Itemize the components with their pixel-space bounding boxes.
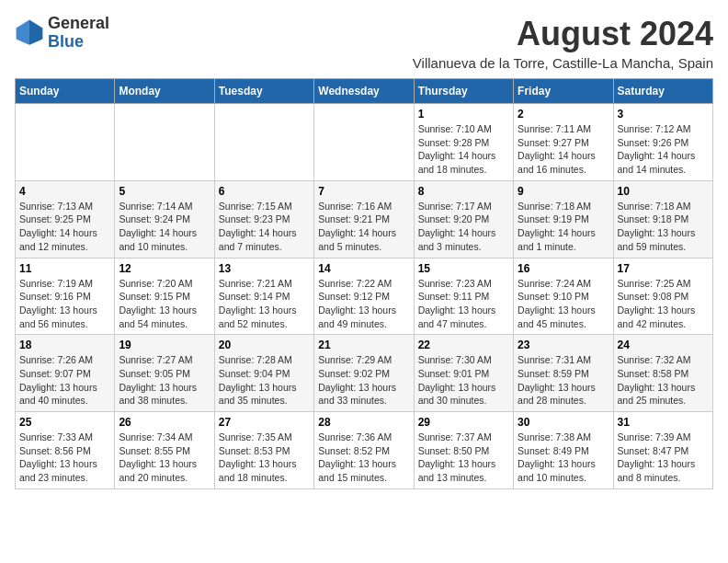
- day-detail: Sunrise: 7:20 AM Sunset: 9:15 PM Dayligh…: [119, 277, 210, 331]
- day-number: 21: [318, 339, 409, 351]
- calendar-cell: 31Sunrise: 7:39 AM Sunset: 8:47 PM Dayli…: [613, 412, 712, 489]
- logo-text: General Blue: [48, 15, 109, 52]
- day-detail: Sunrise: 7:31 AM Sunset: 8:59 PM Dayligh…: [518, 353, 609, 408]
- day-detail: Sunrise: 7:39 AM Sunset: 8:47 PM Dayligh…: [618, 431, 709, 485]
- calendar-cell: 25Sunrise: 7:33 AM Sunset: 8:56 PM Dayli…: [16, 412, 115, 489]
- calendar-cell: 28Sunrise: 7:36 AM Sunset: 8:52 PM Dayli…: [314, 412, 414, 489]
- day-detail: Sunrise: 7:25 AM Sunset: 9:08 PM Dayligh…: [618, 277, 709, 331]
- day-number: 2: [518, 108, 609, 121]
- calendar-cell: 21Sunrise: 7:29 AM Sunset: 9:02 PM Dayli…: [314, 335, 414, 412]
- header-saturday: Saturday: [613, 79, 712, 104]
- calendar-week-3: 11Sunrise: 7:19 AM Sunset: 9:16 PM Dayli…: [16, 258, 713, 335]
- header-sunday: Sunday: [16, 79, 115, 104]
- day-detail: Sunrise: 7:28 AM Sunset: 9:04 PM Dayligh…: [219, 353, 310, 408]
- calendar-cell: 23Sunrise: 7:31 AM Sunset: 8:59 PM Dayli…: [514, 335, 613, 412]
- day-number: 28: [318, 416, 409, 429]
- day-number: 26: [119, 416, 210, 429]
- day-detail: Sunrise: 7:21 AM Sunset: 9:14 PM Dayligh…: [219, 277, 310, 331]
- calendar-cell: 14Sunrise: 7:22 AM Sunset: 9:12 PM Dayli…: [314, 258, 414, 335]
- day-detail: Sunrise: 7:22 AM Sunset: 9:12 PM Dayligh…: [318, 277, 409, 331]
- day-number: 9: [518, 185, 609, 198]
- day-number: 14: [318, 262, 409, 275]
- calendar-cell: 24Sunrise: 7:32 AM Sunset: 8:58 PM Dayli…: [613, 335, 712, 412]
- day-number: 7: [318, 185, 409, 198]
- calendar-cell: 30Sunrise: 7:38 AM Sunset: 8:49 PM Dayli…: [514, 412, 613, 489]
- day-number: 4: [19, 185, 110, 198]
- calendar-cell: 29Sunrise: 7:37 AM Sunset: 8:50 PM Dayli…: [414, 412, 513, 489]
- logo-general-text: General: [48, 15, 109, 33]
- header-thursday: Thursday: [414, 79, 513, 104]
- calendar-cell: 16Sunrise: 7:24 AM Sunset: 9:10 PM Dayli…: [514, 258, 613, 335]
- day-detail: Sunrise: 7:16 AM Sunset: 9:21 PM Dayligh…: [318, 200, 409, 254]
- calendar-cell: 4Sunrise: 7:13 AM Sunset: 9:25 PM Daylig…: [16, 180, 115, 258]
- calendar-cell: [115, 104, 214, 181]
- calendar-cell: 9Sunrise: 7:18 AM Sunset: 9:19 PM Daylig…: [514, 180, 613, 258]
- day-detail: Sunrise: 7:26 AM Sunset: 9:07 PM Dayligh…: [19, 353, 110, 408]
- calendar-cell: [16, 104, 115, 181]
- calendar-cell: 17Sunrise: 7:25 AM Sunset: 9:08 PM Dayli…: [613, 258, 712, 335]
- svg-marker-1: [29, 19, 42, 44]
- day-number: 15: [418, 262, 509, 275]
- calendar-cell: 8Sunrise: 7:17 AM Sunset: 9:20 PM Daylig…: [414, 180, 513, 258]
- day-detail: Sunrise: 7:24 AM Sunset: 9:10 PM Dayligh…: [518, 277, 609, 331]
- day-detail: Sunrise: 7:27 AM Sunset: 9:05 PM Dayligh…: [119, 353, 210, 408]
- calendar-cell: 3Sunrise: 7:12 AM Sunset: 9:26 PM Daylig…: [613, 104, 712, 181]
- day-number: 12: [119, 262, 210, 275]
- page-header: General Blue August 2024 Villanueva de l…: [15, 15, 713, 71]
- day-number: 17: [618, 262, 709, 275]
- day-detail: Sunrise: 7:36 AM Sunset: 8:52 PM Dayligh…: [318, 431, 409, 485]
- day-detail: Sunrise: 7:32 AM Sunset: 8:58 PM Dayligh…: [618, 353, 709, 408]
- calendar-cell: 15Sunrise: 7:23 AM Sunset: 9:11 PM Dayli…: [414, 258, 513, 335]
- logo-icon: [15, 18, 44, 48]
- calendar-cell: 7Sunrise: 7:16 AM Sunset: 9:21 PM Daylig…: [314, 180, 414, 258]
- calendar-week-4: 18Sunrise: 7:26 AM Sunset: 9:07 PM Dayli…: [16, 335, 713, 412]
- day-number: 19: [119, 339, 210, 351]
- calendar-cell: [214, 104, 313, 181]
- day-number: 5: [119, 185, 210, 198]
- calendar-week-5: 25Sunrise: 7:33 AM Sunset: 8:56 PM Dayli…: [16, 412, 713, 489]
- day-number: 1: [418, 108, 509, 121]
- day-detail: Sunrise: 7:18 AM Sunset: 9:18 PM Dayligh…: [618, 200, 709, 254]
- day-detail: Sunrise: 7:23 AM Sunset: 9:11 PM Dayligh…: [418, 277, 509, 331]
- calendar-cell: 13Sunrise: 7:21 AM Sunset: 9:14 PM Dayli…: [214, 258, 313, 335]
- day-number: 30: [518, 416, 609, 429]
- day-number: 6: [219, 185, 310, 198]
- calendar-cell: 6Sunrise: 7:15 AM Sunset: 9:23 PM Daylig…: [214, 180, 313, 258]
- calendar-week-1: 1Sunrise: 7:10 AM Sunset: 9:28 PM Daylig…: [16, 104, 713, 181]
- day-number: 20: [219, 339, 310, 351]
- day-detail: Sunrise: 7:14 AM Sunset: 9:24 PM Dayligh…: [119, 200, 210, 254]
- calendar-cell: 2Sunrise: 7:11 AM Sunset: 9:27 PM Daylig…: [514, 104, 613, 181]
- day-detail: Sunrise: 7:13 AM Sunset: 9:25 PM Dayligh…: [19, 200, 110, 254]
- calendar-table: SundayMondayTuesdayWednesdayThursdayFrid…: [15, 78, 713, 489]
- logo-blue-text: Blue: [48, 33, 109, 52]
- calendar-week-2: 4Sunrise: 7:13 AM Sunset: 9:25 PM Daylig…: [16, 180, 713, 258]
- main-title: August 2024: [413, 15, 713, 53]
- day-detail: Sunrise: 7:11 AM Sunset: 9:27 PM Dayligh…: [518, 122, 609, 177]
- day-number: 29: [418, 416, 509, 429]
- calendar-cell: 1Sunrise: 7:10 AM Sunset: 9:28 PM Daylig…: [414, 104, 513, 181]
- day-detail: Sunrise: 7:18 AM Sunset: 9:19 PM Dayligh…: [518, 200, 609, 254]
- day-detail: Sunrise: 7:29 AM Sunset: 9:02 PM Dayligh…: [318, 353, 409, 408]
- day-number: 13: [219, 262, 310, 275]
- calendar-cell: [314, 104, 414, 181]
- calendar-cell: 11Sunrise: 7:19 AM Sunset: 9:16 PM Dayli…: [16, 258, 115, 335]
- calendar-header-row: SundayMondayTuesdayWednesdayThursdayFrid…: [16, 79, 713, 104]
- svg-marker-2: [17, 19, 29, 44]
- day-detail: Sunrise: 7:35 AM Sunset: 8:53 PM Dayligh…: [219, 431, 310, 485]
- calendar-cell: 20Sunrise: 7:28 AM Sunset: 9:04 PM Dayli…: [214, 335, 313, 412]
- day-detail: Sunrise: 7:10 AM Sunset: 9:28 PM Dayligh…: [418, 122, 509, 177]
- header-tuesday: Tuesday: [214, 79, 313, 104]
- day-detail: Sunrise: 7:17 AM Sunset: 9:20 PM Dayligh…: [418, 200, 509, 254]
- calendar-cell: 5Sunrise: 7:14 AM Sunset: 9:24 PM Daylig…: [115, 180, 214, 258]
- day-number: 24: [618, 339, 709, 351]
- day-number: 11: [19, 262, 110, 275]
- calendar-cell: 22Sunrise: 7:30 AM Sunset: 9:01 PM Dayli…: [414, 335, 513, 412]
- calendar-cell: 19Sunrise: 7:27 AM Sunset: 9:05 PM Dayli…: [115, 335, 214, 412]
- day-number: 22: [418, 339, 509, 351]
- title-block: August 2024 Villanueva de la Torre, Cast…: [413, 15, 713, 71]
- header-monday: Monday: [115, 79, 214, 104]
- day-number: 27: [219, 416, 310, 429]
- subtitle: Villanueva de la Torre, Castille-La Manc…: [413, 55, 713, 71]
- day-detail: Sunrise: 7:15 AM Sunset: 9:23 PM Dayligh…: [219, 200, 310, 254]
- day-number: 31: [618, 416, 709, 429]
